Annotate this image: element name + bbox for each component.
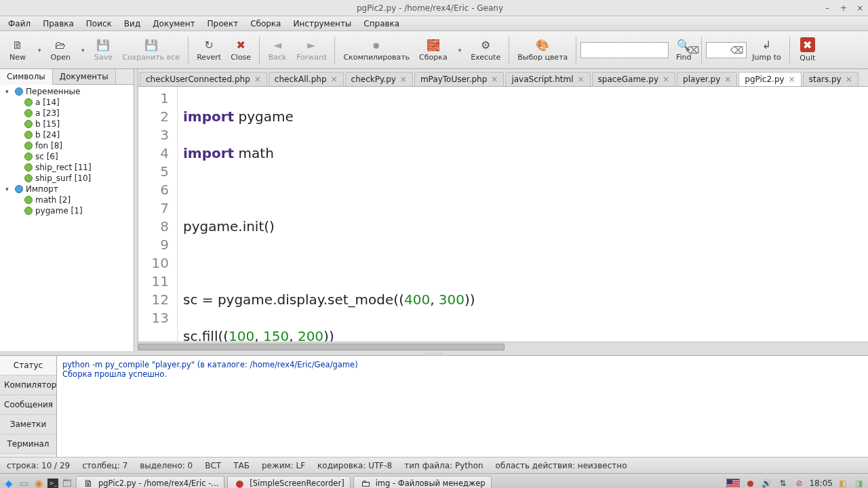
tab-close-icon[interactable]: ×	[663, 75, 669, 84]
file-tab[interactable]: spaceGame.py×	[592, 72, 676, 86]
minimize-button[interactable]: –	[821, 2, 833, 14]
tab-status[interactable]: Статус	[0, 356, 56, 375]
maximize-button[interactable]: +	[837, 2, 850, 14]
new-dropdown[interactable]: ▾	[33, 45, 45, 55]
tab-symbols[interactable]: Символы	[0, 69, 53, 85]
brick-icon: 🧱	[427, 38, 440, 52]
menu-project[interactable]: Проект	[202, 18, 244, 30]
folder-open-icon: 🗁	[54, 38, 67, 52]
tab-terminal[interactable]: Терминал	[0, 434, 56, 454]
menu-help[interactable]: Справка	[358, 18, 405, 30]
close-file-button[interactable]: ✖Close	[226, 37, 255, 63]
file-tab[interactable]: javaScript.html×	[505, 72, 590, 86]
tree-item[interactable]: math [2]	[0, 195, 134, 205]
quit-button[interactable]: ✖Quit	[794, 36, 821, 64]
open-dropdown[interactable]: ▾	[76, 45, 89, 55]
menu-search[interactable]: Поиск	[81, 18, 117, 30]
clock[interactable]: 18:05	[809, 479, 833, 488]
file-tab[interactable]: stars.py×	[803, 72, 859, 86]
network-icon[interactable]: ⇅	[776, 477, 789, 489]
clear-icon[interactable]: ⌫	[730, 45, 744, 56]
files-icon[interactable]: 🗔	[61, 477, 73, 489]
taskbar-item[interactable]: ●[SimpleScreenRecorder]	[227, 476, 350, 489]
save-icon: 💾	[96, 38, 110, 52]
tab-close-icon[interactable]: ×	[491, 75, 498, 84]
file-tab[interactable]: mPayToUser.php×	[414, 72, 504, 86]
terminal-icon[interactable]: >_	[47, 479, 58, 488]
symbols-tree[interactable]: ▾Переменные a [14] a [23] b [15] b [24] …	[0, 85, 134, 351]
tree-item[interactable]: a [23]	[0, 108, 134, 119]
jump-button[interactable]: ↲Jump to	[748, 37, 785, 63]
jump-field[interactable]	[709, 45, 730, 55]
tab-close-icon[interactable]: ×	[846, 75, 852, 84]
compile-button[interactable]: ⎈Скомпилировать	[339, 37, 414, 63]
editor-area[interactable]: 123 456 789 101112 13 import pygame impo…	[138, 87, 868, 342]
tree-item[interactable]: pygame [1]	[0, 205, 134, 216]
tree-item[interactable]: b [15]	[0, 119, 134, 129]
back-button[interactable]: ◄Back	[264, 37, 291, 63]
execute-button[interactable]: ⚙Execute	[467, 37, 505, 63]
firefox-icon[interactable]: ◉	[33, 477, 45, 489]
tray-app-icon[interactable]: ◨	[853, 477, 865, 489]
show-desktop-icon[interactable]: ▭	[18, 477, 30, 489]
file-tab[interactable]: checkUserConnected.php×	[140, 72, 267, 86]
tab-documents[interactable]: Документы	[53, 69, 116, 84]
start-menu-icon[interactable]: ◆	[3, 477, 15, 489]
tab-notes[interactable]: Заметки	[0, 415, 56, 434]
taskbar-item[interactable]: 🗎pgPic2.py - /home/rex4/Eric -...	[76, 476, 224, 489]
build-button[interactable]: 🧱Сборка	[415, 37, 452, 63]
chevron-down-icon: ▾	[458, 47, 462, 54]
file-tab[interactable]: checkPy.py×	[345, 72, 413, 86]
open-button[interactable]: 🗁Open	[47, 37, 75, 63]
build-dropdown[interactable]: ▾	[453, 45, 466, 55]
close-button[interactable]: ×	[854, 2, 866, 14]
tab-messages[interactable]: Сообщения	[0, 395, 56, 415]
tree-item[interactable]: fon [8]	[0, 140, 134, 151]
code-content[interactable]: import pygame import math pygame.init() …	[178, 87, 868, 342]
tree-group-variables[interactable]: ▾Переменные	[0, 86, 134, 97]
tab-compiler[interactable]: Компилятор	[0, 375, 56, 395]
menu-edit[interactable]: Правка	[37, 18, 79, 30]
menu-tools[interactable]: Инструменты	[288, 18, 357, 30]
revert-button[interactable]: ↻Revert	[193, 37, 225, 63]
toolbar: 🗎New ▾ 🗁Open ▾ 💾Save 💾Сохранить все ↻Rev…	[0, 31, 868, 69]
tree-item[interactable]: a [14]	[0, 97, 134, 108]
record-tray-icon[interactable]: ●	[744, 477, 756, 489]
scrollbar-thumb[interactable]	[138, 344, 505, 350]
tab-close-icon[interactable]: ×	[400, 75, 407, 84]
tree-item[interactable]: sc [6]	[0, 151, 134, 162]
horizontal-scrollbar[interactable]	[138, 342, 868, 351]
tab-close-icon[interactable]: ×	[789, 75, 795, 84]
tab-close-icon[interactable]: ×	[724, 75, 731, 84]
tab-close-icon[interactable]: ×	[331, 75, 338, 84]
find-button[interactable]: 🔍Find	[670, 37, 697, 63]
keyboard-layout-icon[interactable]	[726, 479, 740, 488]
save-all-button[interactable]: 💾Сохранить все	[118, 37, 184, 63]
menu-file[interactable]: Файл	[3, 18, 36, 30]
tree-item[interactable]: ship_rect [11]	[0, 162, 134, 173]
menu-build[interactable]: Сборка	[245, 18, 286, 30]
tree-group-imports[interactable]: ▾Импорт	[0, 184, 134, 195]
forward-button[interactable]: ►Forward	[292, 37, 330, 63]
status-mode: режим: LF	[262, 461, 305, 470]
menu-document[interactable]: Документ	[147, 18, 200, 30]
jump-input[interactable]: ⌫	[706, 42, 747, 58]
file-tab[interactable]: pgPic2.py×	[738, 72, 801, 86]
volume-icon[interactable]: 🔊	[760, 477, 772, 489]
file-tab[interactable]: checkAll.php×	[269, 72, 344, 86]
tab-close-icon[interactable]: ×	[577, 75, 584, 84]
tree-item[interactable]: b [24]	[0, 129, 134, 140]
tab-close-icon[interactable]: ×	[254, 75, 261, 84]
tray-app-icon[interactable]: ◧	[837, 477, 849, 489]
find-input[interactable]: ⌫	[580, 42, 669, 58]
taskbar-item[interactable]: 🗀img - Файловый менеджер	[353, 476, 492, 489]
console[interactable]: python -m py_compile "player.py" (в ката…	[57, 356, 868, 457]
save-button[interactable]: 💾Save	[90, 37, 117, 63]
blocked-icon[interactable]: ⊘	[793, 477, 805, 489]
color-picker-button[interactable]: 🎨Выбор цвета	[513, 37, 572, 63]
menu-view[interactable]: Вид	[119, 18, 146, 30]
tree-item[interactable]: ship_surf [10]	[0, 173, 134, 184]
new-button[interactable]: 🗎New	[4, 37, 31, 63]
file-tab[interactable]: player.py×	[677, 72, 737, 86]
status-scope: область действия: неизвестно	[496, 461, 627, 470]
